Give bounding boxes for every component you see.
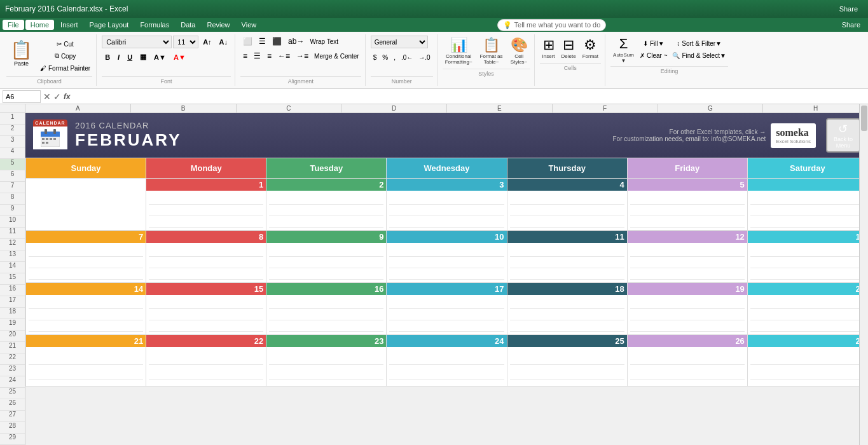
tell-me-box[interactable]: 💡 Tell me what you want to do xyxy=(497,19,607,31)
font-size-select[interactable]: 11 xyxy=(173,36,198,48)
calendar-cell-14[interactable]: 14 xyxy=(26,283,146,334)
copy-button[interactable]: ⧉ Copy xyxy=(38,50,92,62)
calendar-cell-26[interactable]: 26 xyxy=(628,335,747,386)
calendar-cell-23[interactable]: 23 xyxy=(266,335,386,386)
font-decrease-button[interactable]: A↓ xyxy=(216,37,231,47)
increase-decimal-button[interactable]: →.0 xyxy=(416,53,432,62)
calendar-cell-19[interactable]: 19 xyxy=(628,283,747,334)
row-num-22: 22 xyxy=(0,353,25,365)
svg-rect-1 xyxy=(41,132,60,137)
decrease-decimal-button[interactable]: .0← xyxy=(399,53,415,62)
cell-line xyxy=(149,320,263,332)
insert-function-button[interactable]: fx xyxy=(64,92,71,101)
menu-pagelayout[interactable]: Page Layout xyxy=(85,20,134,30)
menu-review[interactable]: Review xyxy=(202,20,235,30)
day-number-24: 24 xyxy=(387,335,506,347)
calendar-cell-25[interactable]: 25 xyxy=(507,335,627,386)
share-btn[interactable]: Share xyxy=(837,20,865,30)
text-direction-button[interactable]: ab→ xyxy=(286,36,307,47)
back-to-menu-button[interactable]: ↺ Back to Menu xyxy=(826,118,860,153)
row-num-17: 17 xyxy=(0,296,25,308)
fill-color-button[interactable]: A▼ xyxy=(151,52,169,62)
underline-button[interactable]: U xyxy=(124,52,135,62)
calendar-cell-8[interactable]: 8 xyxy=(146,231,266,282)
clear-button[interactable]: ✗ Clear ~ xyxy=(638,50,670,62)
decrease-indent-button[interactable]: ←≡ xyxy=(275,50,293,62)
calendar-cell-12[interactable]: 12 xyxy=(628,231,747,282)
calendar-cell-empty-1[interactable] xyxy=(26,179,146,230)
calendar-cell-10[interactable]: 10 xyxy=(387,231,506,282)
calendar-cell-15[interactable]: 15 xyxy=(146,283,266,334)
conditional-formatting-button[interactable]: 📊 ConditionalFormatting~ xyxy=(443,36,475,66)
confirm-formula-button[interactable]: ✓ xyxy=(53,92,61,102)
percent-button[interactable]: % xyxy=(380,53,390,62)
calendar-cell-5[interactable]: 5 xyxy=(628,179,747,230)
calendar-cell-27[interactable]: 27 xyxy=(748,335,867,386)
row-num-7: 7 xyxy=(0,182,25,193)
border-button[interactable]: ▦ xyxy=(137,51,149,62)
menu-formulas[interactable]: Formulas xyxy=(135,20,174,30)
italic-button[interactable]: I xyxy=(114,52,123,62)
cell-reference-box[interactable]: A6 xyxy=(3,90,41,103)
font-color-button[interactable]: A▼ xyxy=(170,52,189,62)
merge-center-button[interactable]: Merge & Center xyxy=(312,50,361,62)
vertical-scrollbar[interactable] xyxy=(859,113,868,445)
sort-filter-button[interactable]: ↕ Sort & Filter▼ xyxy=(670,38,727,50)
cell-styles-button[interactable]: 🎨 CellStyles~ xyxy=(508,36,530,66)
calendar-cell-21[interactable]: 21 xyxy=(26,335,146,386)
share-button[interactable]: Share xyxy=(834,4,863,14)
menu-insert[interactable]: Insert xyxy=(55,20,83,30)
paste-button[interactable]: 📋 Paste xyxy=(6,36,36,70)
calendar-cell-20[interactable]: 20 xyxy=(748,283,867,334)
calendar-cell-11[interactable]: 11 xyxy=(507,231,627,282)
formula-input[interactable] xyxy=(73,90,865,103)
bold-button[interactable]: B xyxy=(102,52,113,62)
calendar-cell-6[interactable]: 6 xyxy=(748,179,867,230)
font-increase-button[interactable]: A↑ xyxy=(200,37,214,47)
align-left-button[interactable]: ≡ xyxy=(240,50,250,62)
calendar-cell-16[interactable]: 16 xyxy=(266,283,386,334)
calendar-cell-7[interactable]: 7 xyxy=(26,231,146,282)
wrap-text-button[interactable]: Wrap Text xyxy=(308,36,340,47)
menu-file[interactable]: File xyxy=(3,20,24,30)
calendar-cell-22[interactable]: 22 xyxy=(146,335,266,386)
menu-view[interactable]: View xyxy=(237,20,262,30)
find-select-button[interactable]: 🔍 Find & Select▼ xyxy=(670,50,727,62)
align-middle-button[interactable]: ☰ xyxy=(256,36,268,47)
menu-home[interactable]: Home xyxy=(25,20,54,30)
comma-button[interactable]: , xyxy=(391,53,398,62)
format-cells-button[interactable]: ⚙ Format xyxy=(580,36,601,60)
fill-button[interactable]: ⬇ Fill▼ xyxy=(638,38,670,50)
format-painter-button[interactable]: 🖌 Format Painter xyxy=(38,62,92,74)
menu-data[interactable]: Data xyxy=(176,20,200,30)
cell-line xyxy=(750,320,865,332)
align-right-button[interactable]: ≡ xyxy=(265,50,274,62)
calendar-cell-24[interactable]: 24 xyxy=(387,335,506,386)
conditional-formatting-icon: 📊 xyxy=(450,37,467,53)
cancel-formula-button[interactable]: ✕ xyxy=(43,92,51,102)
calendar-cell-4[interactable]: 4 xyxy=(507,179,627,230)
autosum-button[interactable]: Σ AutoSum▼ xyxy=(610,34,637,65)
scrollbar-thumb[interactable] xyxy=(861,113,867,131)
calendar-cell-2[interactable]: 2 xyxy=(266,179,386,230)
calendar-cell-1[interactable]: 1 xyxy=(146,179,266,230)
insert-cells-button[interactable]: ⊞ Insert xyxy=(540,36,558,60)
calendar-cell-18[interactable]: 18 xyxy=(507,283,627,334)
calendar-cell-13[interactable]: 13 xyxy=(748,231,867,282)
align-top-button[interactable]: ⬜ xyxy=(240,36,255,47)
delete-cells-button[interactable]: ⊟ Delete xyxy=(559,36,579,60)
calendar-cell-9[interactable]: 9 xyxy=(266,231,386,282)
row-num-5: 5 xyxy=(0,159,25,170)
day-number-22: 22 xyxy=(146,335,266,347)
calendar-cell-3[interactable]: 3 xyxy=(387,179,506,230)
cell-line xyxy=(630,193,745,205)
calendar-cell-17[interactable]: 17 xyxy=(387,283,506,334)
font-name-select[interactable]: Calibri xyxy=(102,36,172,48)
number-format-select[interactable]: General xyxy=(371,36,428,48)
cut-button[interactable]: ✂ Cut xyxy=(38,38,92,50)
format-as-table-button[interactable]: 📋 Format asTable~ xyxy=(478,36,506,66)
currency-button[interactable]: $ xyxy=(371,53,380,62)
align-center-button[interactable]: ☰ xyxy=(251,50,263,62)
increase-indent-button[interactable]: →≡ xyxy=(294,50,311,62)
align-bottom-button[interactable]: ⬛ xyxy=(270,36,284,47)
